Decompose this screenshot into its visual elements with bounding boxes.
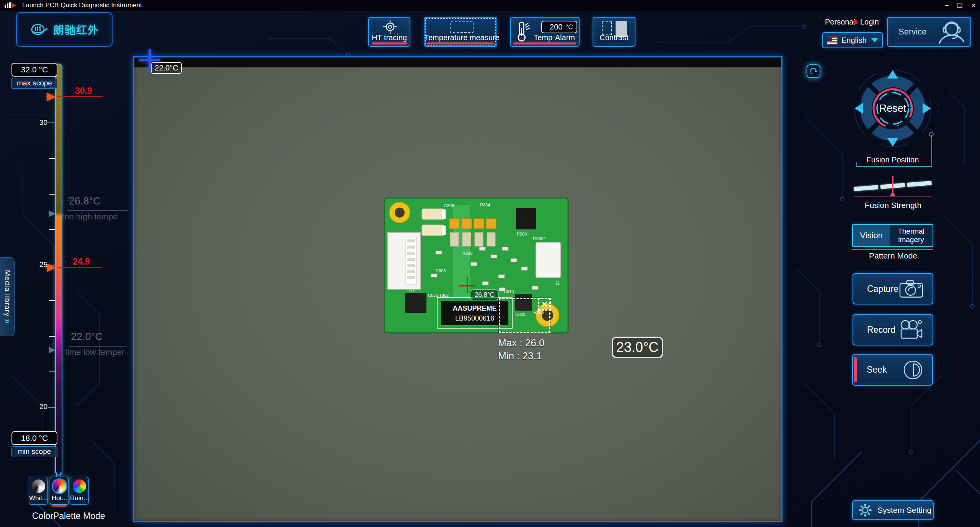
capture-label: Capture — [867, 284, 898, 294]
low-alarm-value: 24.9 — [73, 257, 90, 267]
title-bar: Launch PCB Quick Diagnostic Instrument –… — [0, 0, 980, 11]
realtime-high-underline — [67, 210, 128, 211]
realtime-high-caption: ime high tempe — [60, 212, 118, 222]
brand-logo-text: 朗驰红外 — [53, 22, 99, 37]
slider-needle-tip — [890, 191, 896, 196]
app-logo-icon — [5, 2, 18, 9]
restore-button[interactable]: ❐ — [957, 2, 962, 9]
center-temp-label: 23.0°C — [612, 337, 663, 358]
refresh-button[interactable] — [807, 64, 820, 78]
capture-button[interactable]: Capture — [853, 273, 933, 304]
pcb-silkscreen: RV802 — [533, 236, 546, 241]
scale-tick — [49, 229, 55, 230]
pcb-silkscreen: C806 — [436, 268, 446, 273]
measure-region-icon — [450, 21, 474, 33]
temp-alarm-label: Temp-Alarm — [511, 33, 579, 42]
personal-link[interactable]: Personal — [825, 18, 855, 26]
max-scope-input[interactable] — [11, 63, 57, 77]
pcb-chip-text-2: LB95000616 — [455, 314, 494, 322]
scale-tick — [49, 336, 55, 337]
service-label: Service — [898, 27, 926, 37]
high-alarm-line — [57, 96, 103, 97]
crosshair-target-icon — [382, 19, 399, 34]
pcb-silkscreen: C852 T802 — [428, 293, 449, 298]
media-library-label: Media library — [3, 270, 11, 317]
minimize-button[interactable]: – — [945, 2, 949, 9]
temperature-measure-button[interactable]: Temperature measure — [424, 17, 497, 47]
language-select[interactable]: English — [822, 32, 883, 48]
max-scope-label: max scope — [11, 78, 57, 89]
login-status-dot — [853, 20, 858, 24]
gear-icon — [858, 503, 872, 517]
us-flag-icon — [827, 36, 838, 44]
palette-hot-button[interactable]: Hot... — [50, 477, 69, 505]
window-title: Launch PCB Quick Diagnostic Instrument — [22, 2, 142, 9]
region-max-text: Max : 26.0 — [498, 337, 544, 349]
high-alarm-marker[interactable] — [47, 93, 56, 101]
seek-button[interactable]: Seek — [852, 354, 933, 386]
fusion-position-dial[interactable]: Reset — [851, 66, 935, 151]
reset-button[interactable]: Reset — [879, 103, 906, 114]
slider-segment — [907, 181, 932, 187]
palette-white-label: Whit... — [29, 494, 47, 502]
colorpalette-mode-label: ColorPalette Mode — [32, 511, 105, 521]
scale-tick — [49, 372, 55, 372]
temperature-colorbar[interactable] — [55, 64, 62, 475]
slider-segment — [854, 185, 879, 191]
thermal-imagery-option[interactable]: Thermal imagery — [890, 225, 933, 246]
pattern-mode-underline — [852, 249, 933, 250]
palette-hot-label: Hot... — [50, 494, 69, 502]
expand-chevron-icon: » — [2, 319, 12, 324]
max-scope-box: max scope — [11, 63, 57, 89]
system-setting-button[interactable]: System Setting — [852, 500, 934, 520]
temp-alarm-button[interactable]: °C Temp-Alarm — [510, 17, 580, 47]
palette-selected-underline — [52, 505, 67, 507]
viewport-top-strip — [134, 57, 781, 67]
cursor-crosshair — [139, 49, 160, 71]
record-label: Record — [867, 325, 898, 335]
region-close-button[interactable]: ✕ — [538, 298, 551, 311]
temp-alarm-input[interactable] — [546, 23, 562, 31]
ht-tracing-button[interactable]: HT tracing — [368, 17, 410, 47]
scale-tick-label: 25 — [32, 260, 47, 269]
realtime-low-marker — [49, 347, 56, 354]
palette-rainbow-button[interactable]: Rain... — [70, 477, 89, 505]
close-button[interactable]: ✕ — [971, 2, 976, 9]
app-root: Launch PCB Quick Diagnostic Instrument –… — [0, 0, 980, 527]
ht-tracing-label: HT tracing — [369, 33, 410, 42]
min-scope-input[interactable] — [11, 431, 57, 445]
contrast-button[interactable]: Contrast — [593, 17, 635, 47]
pcb-silkscreen: R834 — [480, 203, 490, 207]
system-setting-label: System Setting — [877, 506, 931, 515]
pcb-silkscreen: J2 — [555, 281, 560, 285]
login-link[interactable]: Login — [860, 18, 879, 26]
low-alarm-marker[interactable] — [47, 264, 56, 272]
whitehot-palette-icon — [32, 480, 45, 493]
fusion-position-label: Fusion Position — [856, 155, 929, 164]
camera-viewport[interactable]: 22.0°C — [133, 56, 782, 522]
region-min-text: Min : 23.1 — [498, 350, 542, 362]
pattern-mode-toggle: Vision Thermal imagery — [852, 224, 933, 247]
pcb-silkscreen: R830 — [462, 251, 472, 255]
pcb-chip-text-1: AASUPREME — [452, 304, 497, 312]
temperature-measure-label: Temperature measure — [425, 33, 497, 42]
palette-white-button[interactable]: Whit... — [29, 477, 48, 505]
language-value: English — [841, 36, 867, 45]
palette-rainbow-label: Rain... — [70, 494, 88, 502]
scale-tick — [49, 194, 55, 195]
low-alarm-line — [57, 267, 102, 268]
media-library-tab[interactable]: Media library » — [0, 257, 15, 336]
realtime-high-value: 26.8°C — [69, 195, 101, 207]
scale-tick — [49, 158, 55, 159]
min-scope-label: min scope — [11, 446, 57, 457]
scale-tick-label: 20 — [32, 403, 47, 411]
slider-needle[interactable] — [892, 176, 893, 192]
record-button[interactable]: Record — [853, 314, 933, 345]
fusion-strength-slider[interactable] — [854, 179, 933, 195]
seek-label: Seek — [867, 365, 902, 375]
chevron-down-icon — [871, 38, 878, 43]
service-button[interactable]: Service — [887, 17, 971, 47]
vision-option[interactable]: Vision — [853, 225, 890, 246]
realtime-high-marker — [49, 210, 56, 217]
refresh-icon — [809, 67, 818, 75]
